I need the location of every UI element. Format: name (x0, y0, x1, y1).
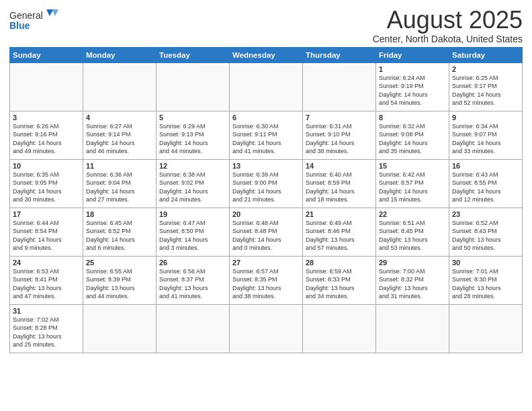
header-monday: Monday (83, 47, 157, 62)
day-info: Sunrise: 6:27 AM Sunset: 9:14 PM Dayligh… (86, 122, 153, 156)
day-info: Sunrise: 6:26 AM Sunset: 9:16 PM Dayligh… (13, 122, 80, 156)
day-cell: 20Sunrise: 6:48 AM Sunset: 8:48 PM Dayli… (230, 208, 303, 256)
day-cell: 31Sunrise: 7:02 AM Sunset: 8:28 PM Dayli… (10, 304, 83, 353)
day-number: 2 (452, 65, 519, 73)
week-row-3: 17Sunrise: 6:44 AM Sunset: 8:54 PM Dayli… (10, 208, 523, 256)
day-number: 4 (86, 113, 153, 122)
day-cell (230, 62, 303, 111)
day-number: 19 (159, 210, 226, 218)
day-cell: 16Sunrise: 6:43 AM Sunset: 8:55 PM Dayli… (449, 159, 523, 208)
day-info: Sunrise: 7:02 AM Sunset: 8:28 PM Dayligh… (13, 316, 80, 349)
day-info: Sunrise: 7:01 AM Sunset: 8:30 PM Dayligh… (452, 267, 519, 301)
logo-svg: General Blue (9, 7, 63, 32)
day-cell: 28Sunrise: 6:59 AM Sunset: 8:33 PM Dayli… (303, 256, 376, 304)
day-number: 18 (86, 210, 153, 218)
day-cell (157, 304, 230, 353)
day-info: Sunrise: 6:35 AM Sunset: 9:05 PM Dayligh… (13, 171, 80, 204)
logo: General Blue (9, 7, 63, 32)
svg-text:General: General (9, 10, 43, 21)
day-cell (83, 62, 157, 111)
day-number: 11 (86, 162, 153, 170)
day-cell: 7Sunrise: 6:31 AM Sunset: 9:10 PM Daylig… (303, 111, 376, 159)
day-info: Sunrise: 6:39 AM Sunset: 9:00 PM Dayligh… (232, 171, 300, 204)
day-cell: 30Sunrise: 7:01 AM Sunset: 8:30 PM Dayli… (449, 256, 523, 304)
svg-text:Blue: Blue (9, 20, 30, 31)
header-sunday: Sunday (10, 47, 83, 62)
day-cell: 6Sunrise: 6:30 AM Sunset: 9:11 PM Daylig… (230, 111, 303, 159)
day-cell: 11Sunrise: 6:36 AM Sunset: 9:04 PM Dayli… (83, 159, 157, 208)
day-info: Sunrise: 6:53 AM Sunset: 8:41 PM Dayligh… (13, 267, 80, 301)
day-info: Sunrise: 6:48 AM Sunset: 8:48 PM Dayligh… (232, 219, 300, 253)
day-info: Sunrise: 6:42 AM Sunset: 8:57 PM Dayligh… (379, 171, 446, 204)
day-cell (376, 304, 449, 353)
day-cell: 19Sunrise: 6:47 AM Sunset: 8:50 PM Dayli… (157, 208, 230, 256)
day-number: 9 (452, 113, 519, 122)
calendar-subtitle: Center, North Dakota, United States (373, 34, 523, 44)
day-info: Sunrise: 6:30 AM Sunset: 9:11 PM Dayligh… (232, 122, 300, 156)
calendar-body: 1Sunrise: 6:24 AM Sunset: 9:19 PM Daylig… (10, 62, 523, 353)
day-cell: 1Sunrise: 6:24 AM Sunset: 9:19 PM Daylig… (376, 62, 449, 111)
day-number: 27 (232, 259, 300, 267)
calendar-title: August 2025 (373, 7, 523, 34)
day-cell: 26Sunrise: 6:56 AM Sunset: 8:37 PM Dayli… (157, 256, 230, 304)
day-number: 20 (232, 210, 300, 218)
day-number: 15 (379, 162, 446, 170)
day-info: Sunrise: 6:36 AM Sunset: 9:04 PM Dayligh… (86, 171, 153, 204)
day-info: Sunrise: 6:56 AM Sunset: 8:37 PM Dayligh… (159, 267, 226, 301)
header: General Blue August 2025 Center, North D… (9, 7, 523, 44)
day-info: Sunrise: 6:55 AM Sunset: 8:39 PM Dayligh… (86, 267, 153, 301)
day-number: 5 (159, 113, 226, 122)
day-cell: 15Sunrise: 6:42 AM Sunset: 8:57 PM Dayli… (376, 159, 449, 208)
day-cell (83, 304, 157, 353)
day-number: 16 (452, 162, 519, 170)
day-cell: 5Sunrise: 6:29 AM Sunset: 9:13 PM Daylig… (157, 111, 230, 159)
day-cell: 13Sunrise: 6:39 AM Sunset: 9:00 PM Dayli… (230, 159, 303, 208)
day-number: 8 (379, 113, 446, 122)
day-cell: 14Sunrise: 6:40 AM Sunset: 8:59 PM Dayli… (303, 159, 376, 208)
day-number: 26 (159, 259, 226, 267)
day-info: Sunrise: 6:45 AM Sunset: 8:52 PM Dayligh… (86, 219, 153, 253)
day-cell: 21Sunrise: 6:49 AM Sunset: 8:46 PM Dayli… (303, 208, 376, 256)
day-number: 24 (13, 259, 80, 267)
day-number: 14 (306, 162, 373, 170)
day-cell: 2Sunrise: 6:25 AM Sunset: 9:17 PM Daylig… (449, 62, 523, 111)
day-number: 1 (379, 65, 446, 73)
day-number: 28 (306, 259, 373, 267)
page-container: General Blue August 2025 Center, North D… (0, 0, 532, 357)
week-row-5: 31Sunrise: 7:02 AM Sunset: 8:28 PM Dayli… (10, 304, 523, 353)
day-info: Sunrise: 6:52 AM Sunset: 8:43 PM Dayligh… (452, 219, 519, 253)
day-info: Sunrise: 6:24 AM Sunset: 9:19 PM Dayligh… (379, 74, 446, 107)
day-cell (230, 304, 303, 353)
day-info: Sunrise: 6:29 AM Sunset: 9:13 PM Dayligh… (159, 122, 226, 156)
day-cell: 23Sunrise: 6:52 AM Sunset: 8:43 PM Dayli… (449, 208, 523, 256)
day-info: Sunrise: 6:34 AM Sunset: 9:07 PM Dayligh… (452, 122, 519, 156)
day-info: Sunrise: 6:43 AM Sunset: 8:55 PM Dayligh… (452, 171, 519, 204)
day-number: 3 (13, 113, 80, 122)
day-cell: 12Sunrise: 6:38 AM Sunset: 9:02 PM Dayli… (157, 159, 230, 208)
day-number: 29 (379, 259, 446, 267)
day-info: Sunrise: 6:32 AM Sunset: 9:08 PM Dayligh… (379, 122, 446, 156)
calendar-table: Sunday Monday Tuesday Wednesday Thursday… (9, 47, 523, 353)
day-number: 10 (13, 162, 80, 170)
day-info: Sunrise: 6:31 AM Sunset: 9:10 PM Dayligh… (306, 122, 373, 156)
day-cell: 3Sunrise: 6:26 AM Sunset: 9:16 PM Daylig… (10, 111, 83, 159)
week-row-2: 10Sunrise: 6:35 AM Sunset: 9:05 PM Dayli… (10, 159, 523, 208)
day-number: 25 (86, 259, 153, 267)
header-wednesday: Wednesday (230, 47, 303, 62)
title-block: August 2025 Center, North Dakota, United… (373, 7, 523, 44)
day-info: Sunrise: 6:25 AM Sunset: 9:17 PM Dayligh… (452, 74, 519, 107)
day-cell: 17Sunrise: 6:44 AM Sunset: 8:54 PM Dayli… (10, 208, 83, 256)
day-cell: 25Sunrise: 6:55 AM Sunset: 8:39 PM Dayli… (83, 256, 157, 304)
weekday-header-row: Sunday Monday Tuesday Wednesday Thursday… (10, 47, 523, 62)
day-cell: 29Sunrise: 7:00 AM Sunset: 8:32 PM Dayli… (376, 256, 449, 304)
header-thursday: Thursday (303, 47, 376, 62)
svg-marker-3 (52, 9, 58, 16)
week-row-1: 3Sunrise: 6:26 AM Sunset: 9:16 PM Daylig… (10, 111, 523, 159)
day-number: 12 (159, 162, 226, 170)
day-info: Sunrise: 6:44 AM Sunset: 8:54 PM Dayligh… (13, 219, 80, 253)
day-cell: 4Sunrise: 6:27 AM Sunset: 9:14 PM Daylig… (83, 111, 157, 159)
day-info: Sunrise: 6:49 AM Sunset: 8:46 PM Dayligh… (306, 219, 373, 253)
day-cell (10, 62, 83, 111)
day-number: 13 (232, 162, 300, 170)
svg-marker-2 (46, 9, 53, 16)
